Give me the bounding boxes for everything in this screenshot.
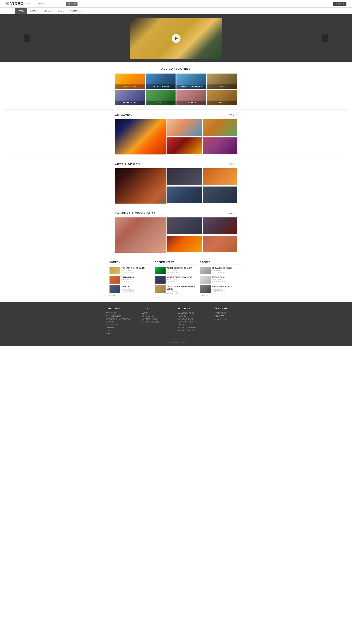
sports-list-section: SPORTS LOS ANGELES KINGS 40702 VIEWS 4 M… bbox=[200, 261, 243, 298]
category-arts-label: ARTS & DESIGN bbox=[146, 84, 176, 89]
footer-twitter-link[interactable]: t TWITTER bbox=[214, 315, 246, 317]
footer-blogroll-themes[interactable]: THEMES bbox=[178, 324, 210, 326]
documentary-item-2-title: NORTHROP-GRUMMAN X-47 bbox=[167, 276, 192, 278]
footer-meta-comments[interactable]: COMMENTS RSS bbox=[142, 318, 175, 320]
documentary-see-all[interactable]: SEE ALL › bbox=[155, 296, 197, 298]
animation-see-all[interactable]: SEE ALL › bbox=[229, 114, 237, 116]
footer-google-link[interactable]: g+ GOOGLE + bbox=[214, 318, 246, 320]
footer-blogroll-suggest[interactable]: SUGGEST IDEAS bbox=[178, 318, 210, 320]
footer-meta-wordpress[interactable]: WORDPRESS.ORG bbox=[142, 321, 175, 323]
footer-categories-col: CATEGORIES ANIMATION ARTS & DESIGN CAMER… bbox=[106, 308, 139, 336]
comedy-see-all-label: SEE ALL bbox=[110, 295, 116, 297]
comedy-thumb-2[interactable] bbox=[110, 276, 120, 284]
category-food[interactable]: FOOD bbox=[207, 90, 237, 105]
facebook-icon: f bbox=[214, 312, 215, 314]
login-button[interactable]: ☺ LOGIN bbox=[333, 2, 347, 6]
nav-item-videos[interactable]: VIDEOS bbox=[41, 8, 55, 14]
documentary-see-all-arrow: › bbox=[162, 296, 163, 298]
search-button[interactable]: SEARCH bbox=[66, 2, 77, 6]
footer-cat-comedy[interactable]: COMEDY bbox=[106, 321, 139, 323]
hero-next-button[interactable]: › bbox=[322, 34, 328, 42]
arts-thumb-main[interactable] bbox=[115, 168, 167, 204]
documentary-thumb-1[interactable] bbox=[155, 267, 166, 274]
comedy-see-all[interactable]: SEE ALL › bbox=[110, 295, 152, 297]
footer-cat-animation[interactable]: ANIMATION bbox=[106, 312, 139, 314]
logo-sub: ONLINE bbox=[24, 3, 30, 5]
footer-facebook-link[interactable]: f FACEBOOK bbox=[214, 312, 246, 314]
footer-blogroll-doc[interactable]: DOCUMENTATION bbox=[178, 312, 210, 314]
cameras-thumb-3[interactable] bbox=[203, 218, 237, 234]
nav-item-home[interactable]: HOME bbox=[15, 8, 27, 14]
search-input[interactable] bbox=[35, 2, 66, 6]
documentary-thumb-3[interactable] bbox=[155, 286, 166, 293]
animation-thumb-2[interactable] bbox=[168, 119, 202, 136]
nav-item-blog[interactable]: BLOG bbox=[55, 8, 67, 14]
cameras-see-all[interactable]: SEE ALL › bbox=[229, 212, 237, 214]
footer-cat-cameras[interactable]: CAMERAS & TECHNIQUES bbox=[106, 318, 139, 320]
comedy-item-1-info: THE LAST MAN ON EARTH 33677 VIEWS 4 MONT… bbox=[122, 267, 145, 274]
category-sports[interactable]: SPORTS bbox=[146, 90, 176, 105]
cameras-thumb-main[interactable] bbox=[115, 218, 167, 253]
arts-thumb-5[interactable] bbox=[203, 186, 237, 203]
documentary-item-3-views: 16554 VIEWS bbox=[167, 290, 197, 292]
footer-cat-arts[interactable]: ARTS & DESIGN bbox=[106, 315, 139, 317]
arts-thumb-2[interactable] bbox=[168, 168, 202, 185]
footer-blogroll-plugins[interactable]: PLUGINS bbox=[178, 315, 210, 317]
footer-cat-documentary[interactable]: DOCUMENTARY bbox=[106, 324, 139, 326]
arts-thumb-3[interactable] bbox=[203, 168, 237, 185]
sports-thumb-3[interactable] bbox=[200, 286, 211, 293]
twitter-icon: t bbox=[214, 315, 215, 317]
documentary-item-1-title: AURORA BOREAL ISLANDIA bbox=[167, 267, 192, 269]
category-arts[interactable]: ARTS & DESIGN bbox=[146, 74, 176, 89]
animation-thumb-main[interactable] bbox=[115, 119, 167, 154]
footer-blogroll-wpplanet[interactable]: WORDPRESS PLANET bbox=[178, 330, 210, 332]
category-documentary[interactable]: DOCUMENTARY bbox=[115, 90, 145, 105]
hero-prev-button[interactable]: ‹ bbox=[24, 34, 30, 42]
documentary-item-1-views: 54724 VIEWS bbox=[167, 270, 192, 272]
sports-thumb-2[interactable] bbox=[200, 276, 211, 284]
comedy-thumb-3[interactable] bbox=[110, 286, 120, 293]
footer-meta-login[interactable]: LOG IN bbox=[142, 312, 175, 314]
documentary-item-2-views: 30475 VIEWS bbox=[167, 279, 192, 281]
documentary-item-3: MEET JAPAN'S 2020 OLYMPICS VENUE 16554 V… bbox=[155, 286, 197, 294]
sports-thumb-1[interactable] bbox=[200, 267, 211, 274]
documentary-item-1: AURORA BOREAL ISLANDIA 54724 VIEWS 4 MON… bbox=[155, 267, 197, 274]
animation-thumb-4[interactable] bbox=[168, 138, 202, 154]
documentary-thumb-2[interactable] bbox=[155, 276, 166, 284]
animation-section: ANIMATION SEE ALL › bbox=[0, 110, 352, 158]
footer-blogroll-title: BLOGROLL bbox=[178, 308, 210, 310]
footer-follow-title: FOLLOW US bbox=[214, 308, 246, 310]
footer-blogroll-wpblog[interactable]: WORDPRESS BLOG bbox=[178, 327, 210, 329]
animation-thumb-3[interactable] bbox=[203, 119, 237, 136]
cameras-thumb-4[interactable] bbox=[168, 236, 202, 252]
category-comedy[interactable]: COMEDY bbox=[207, 74, 237, 89]
sports-list-title: SPORTS bbox=[200, 261, 243, 265]
category-animation[interactable]: ANIMATION bbox=[115, 74, 145, 89]
documentary-item-2-info: NORTHROP-GRUMMAN X-47 30475 VIEWS 4 MONT… bbox=[167, 276, 192, 283]
sports-item-3: MISSION IMPOSSIBLE 47682 VIEWS 4 MONTHS … bbox=[200, 286, 243, 293]
category-cameras[interactable]: CAMERAS & TECHNIQUES bbox=[176, 74, 206, 89]
arts-title: ARTS & DESIGN bbox=[115, 163, 140, 166]
footer-cat-food[interactable]: FOOD bbox=[106, 330, 139, 332]
footer-blogroll-support[interactable]: SUPPORT FORUM bbox=[178, 321, 210, 323]
footer-cat-fashion[interactable]: FASHION bbox=[106, 327, 139, 329]
nav-item-contacts[interactable]: CONTACTS bbox=[67, 8, 85, 14]
cameras-thumb-2[interactable] bbox=[168, 218, 202, 234]
footer-meta-entries[interactable]: ENTRIES RSS bbox=[142, 315, 175, 317]
sports-see-all[interactable]: SEE ALL › bbox=[200, 295, 243, 297]
animation-see-all-label: SEE ALL bbox=[229, 114, 236, 116]
arts-thumb-4[interactable] bbox=[168, 186, 202, 203]
nav-item-about[interactable]: ABOUT bbox=[27, 8, 41, 14]
category-fashion[interactable]: FASHION bbox=[176, 90, 206, 105]
play-button[interactable] bbox=[172, 34, 180, 43]
comedy-item-1-title: THE LAST MAN ON EARTH bbox=[122, 267, 145, 269]
arts-see-all[interactable]: SEE ALL › bbox=[229, 163, 237, 166]
hero-video[interactable] bbox=[130, 18, 222, 59]
comedy-thumb-1[interactable] bbox=[110, 267, 120, 274]
animation-thumb-5[interactable] bbox=[203, 138, 237, 154]
sports-item-2-views: 33681 VIEWS bbox=[212, 279, 225, 281]
cameras-thumb-5[interactable] bbox=[203, 236, 237, 252]
footer-cat-sports[interactable]: SPORTS bbox=[106, 333, 139, 335]
header: VIDEO ONLINE SEARCH ☺ LOGIN bbox=[0, 0, 352, 8]
footer: CATEGORIES ANIMATION ARTS & DESIGN CAMER… bbox=[0, 302, 352, 346]
